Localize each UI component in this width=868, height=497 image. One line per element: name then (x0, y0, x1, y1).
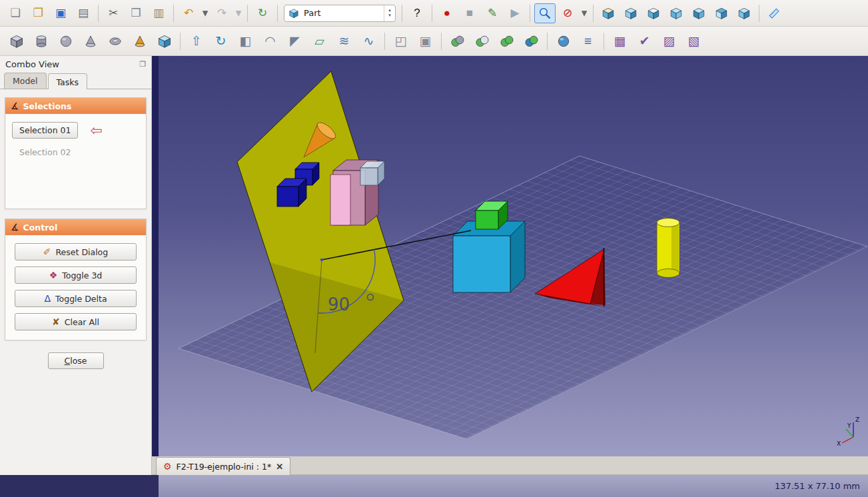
cross-sections-button[interactable]: ≡ (576, 30, 600, 53)
boolean-intersection-button[interactable] (520, 30, 543, 53)
freecad-window: ❏❐▣▤✂❒▥↶▾↷▾↻Part▴▾?●■✎▶⊘▾ ⇧↻◧◠◤▱≋∿◰▣≡▦✔▨… (0, 0, 868, 497)
redo-menu-button[interactable]: ▾ (234, 3, 243, 23)
loft-button[interactable]: ≋ (332, 30, 356, 53)
clip-plane-button[interactable]: ⊘ (557, 3, 578, 23)
view-rear-button[interactable] (688, 3, 709, 23)
axis-indicator: Z Y X (837, 416, 859, 447)
clip-menu-button[interactable]: ▾ (580, 3, 589, 23)
document-close-button[interactable]: ✕ (276, 462, 283, 472)
float-panel-button[interactable]: ❐ (139, 60, 146, 69)
sweep-icon: ∿ (364, 35, 374, 47)
print-icon: ▤ (78, 7, 89, 19)
boolean-intersection-icon (524, 34, 539, 49)
whats-this-button[interactable]: ? (406, 3, 428, 23)
offset-button[interactable]: ◰ (389, 30, 412, 53)
clear-all-button[interactable]: ✘ Clear All (15, 313, 137, 330)
print-button[interactable]: ▤ (73, 3, 94, 23)
view-bottom-button[interactable] (711, 3, 732, 23)
green-cube-object[interactable] (476, 201, 508, 229)
3d-viewport[interactable]: 90 Z Y X (159, 56, 868, 456)
toggle-delta-button[interactable]: Δ Toggle Delta (15, 290, 137, 307)
toolbar-separator (759, 5, 759, 22)
macro-stop-button[interactable]: ■ (459, 3, 480, 23)
cylinder-primitive-icon (34, 34, 49, 49)
create-primitives-button[interactable] (128, 30, 151, 53)
ruled-surface-button[interactable]: ▱ (308, 30, 331, 53)
shape-builder-button[interactable] (153, 30, 176, 53)
mirror-button[interactable]: ◧ (234, 30, 257, 53)
save-file-button[interactable]: ▣ (50, 3, 71, 23)
document-tabbar: ⚙ F2-T19-ejemplo-ini : 1* ✕ (152, 456, 868, 475)
shape-from-mesh-button[interactable]: ▧ (682, 30, 705, 53)
workbench-spinner[interactable]: ▴▾ (384, 5, 395, 21)
toggle-delta-label: Toggle Delta (55, 294, 107, 304)
zoom-fit-button[interactable] (534, 3, 556, 23)
selection-02-button: Selection 02 (12, 144, 139, 161)
yellow-cylinder-object[interactable] (657, 219, 679, 278)
toggle-3d-button[interactable]: ❖ Toggle 3d (15, 266, 137, 284)
view-front-icon (624, 7, 638, 20)
refresh-icon: ↻ (258, 7, 267, 19)
combo-view-panel: Combo View ❐ Model Tasks ∡ Selections Se… (0, 56, 152, 475)
defeaturing-icon: ▨ (663, 35, 675, 47)
measure-button[interactable] (763, 3, 785, 23)
paste-button[interactable]: ▥ (148, 3, 169, 23)
redo-button[interactable]: ↷ (211, 3, 232, 23)
section-button[interactable] (552, 30, 575, 53)
revolve-button[interactable]: ↻ (209, 30, 232, 53)
toggle-3d-icon: ❖ (49, 270, 58, 280)
new-file-button[interactable]: ❏ (5, 3, 26, 23)
macro-play-button[interactable]: ▶ (504, 3, 526, 23)
control-title: Control (23, 223, 58, 233)
undo-button[interactable]: ↶ (178, 3, 199, 23)
boolean-cut-button[interactable] (470, 30, 494, 53)
cylinder-primitive-button[interactable] (29, 30, 53, 53)
defeaturing-button[interactable]: ▨ (657, 30, 681, 53)
toolbar-separator (173, 5, 174, 22)
refresh-button[interactable]: ↻ (252, 3, 273, 23)
toolbar-separator (98, 5, 99, 22)
extrude-button[interactable]: ⇧ (185, 30, 208, 53)
open-file-button[interactable]: ❐ (27, 3, 49, 23)
cone-primitive-button[interactable] (79, 30, 102, 53)
check-geometry-button[interactable]: ✔ (633, 30, 656, 53)
chamfer-button[interactable]: ◤ (283, 30, 306, 53)
control-group: ∡ Control ✐ Reset Dialog ❖ Toggle 3d Δ T… (5, 219, 147, 340)
small-glass-cube-object[interactable] (360, 161, 384, 185)
workbench-icon (288, 8, 299, 19)
view-top-button[interactable] (643, 3, 664, 23)
toolbar-separator (593, 5, 594, 22)
panel-splitter[interactable] (152, 56, 159, 456)
sweep-button[interactable]: ∿ (357, 30, 380, 53)
boolean-union-button[interactable] (495, 30, 518, 53)
view-rear-icon (692, 7, 705, 20)
torus-primitive-button[interactable] (103, 30, 127, 53)
fillet-button[interactable]: ◠ (258, 30, 282, 53)
selection-01-button[interactable]: Selection 01 (12, 122, 78, 139)
view-left-button[interactable] (733, 3, 755, 23)
combo-view-tabstrip: Model Tasks (0, 71, 151, 89)
close-button[interactable]: Close (48, 352, 104, 369)
toolbar-separator (547, 33, 548, 50)
view-front-button[interactable] (620, 3, 642, 23)
document-tab[interactable]: ⚙ F2-T19-ejemplo-ini : 1* ✕ (156, 457, 290, 475)
macro-record-button[interactable]: ● (436, 3, 458, 23)
copy-button[interactable]: ❒ (125, 3, 147, 23)
sphere-primitive-button[interactable] (54, 30, 77, 53)
whats-this-icon: ? (414, 7, 420, 19)
reset-dialog-button[interactable]: ✐ Reset Dialog (15, 243, 137, 260)
freecad-document-icon: ⚙ (163, 462, 172, 471)
macro-edit-button[interactable]: ✎ (482, 3, 503, 23)
tab-model[interactable]: Model (4, 73, 47, 89)
compound-button[interactable]: ▦ (608, 30, 632, 53)
boolean-button[interactable] (446, 30, 469, 53)
cut-button[interactable]: ✂ (103, 3, 124, 23)
workbench-selector[interactable]: Part▴▾ (284, 5, 396, 22)
thickness-button[interactable]: ▣ (414, 30, 437, 53)
view-right-button[interactable] (665, 3, 687, 23)
reset-dialog-label: Reset Dialog (56, 247, 109, 257)
tab-tasks[interactable]: Tasks (48, 73, 88, 89)
view-axonometric-button[interactable] (598, 3, 619, 23)
box-primitive-button[interactable] (5, 30, 28, 53)
undo-menu-button[interactable]: ▾ (201, 3, 210, 23)
